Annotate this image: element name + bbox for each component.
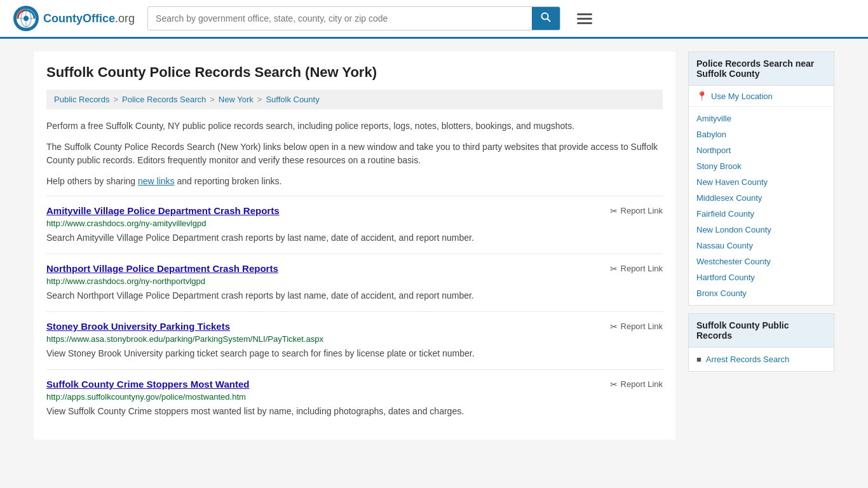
- list-item: Hartford County: [689, 269, 834, 285]
- menu-button[interactable]: [573, 10, 596, 28]
- sidebar-public-records-section: Suffolk County Public Records ■ Arrest R…: [688, 313, 834, 372]
- result-title-row: Suffolk County Crime Stoppers Most Wante…: [46, 379, 663, 390]
- desc3-pre: Help others by sharing: [46, 176, 138, 186]
- report-icon-2: ✂: [610, 264, 618, 274]
- result-url-1: http://www.crashdocs.org/ny-amityvillevl…: [46, 219, 663, 228]
- layout: Suffolk County Police Records Search (Ne…: [21, 39, 847, 452]
- report-link-label-2: Report Link: [621, 264, 663, 273]
- result-url-2: http://www.crashdocs.org/ny-northportvlg…: [46, 276, 663, 286]
- pin-icon: 📍: [696, 91, 707, 101]
- sidebar-link-amityville[interactable]: Amityville: [696, 114, 731, 123]
- report-link-button-1[interactable]: ✂ Report Link: [610, 206, 663, 216]
- breadcrumb-new-york[interactable]: New York: [219, 95, 254, 104]
- list-item: New Haven County: [689, 174, 834, 190]
- search-icon: [541, 12, 551, 22]
- header: CountyOffice.org: [0, 0, 868, 39]
- search-button[interactable]: [532, 7, 560, 30]
- breadcrumb-police-records-search[interactable]: Police Records Search: [122, 95, 206, 104]
- report-link-label-4: Report Link: [621, 379, 663, 389]
- list-item: Northport: [689, 142, 834, 158]
- report-link-button-4[interactable]: ✂ Report Link: [610, 379, 663, 390]
- sidebar-link-middlesex-county[interactable]: Middlesex County: [696, 193, 762, 203]
- sidebar-public-records-list: ■ Arrest Records Search: [689, 348, 834, 371]
- breadcrumb-sep-1: >: [113, 95, 118, 104]
- result-desc-1: Search Amityville Village Police Departm…: [46, 231, 663, 245]
- report-link-button-3[interactable]: ✂ Report Link: [610, 322, 663, 332]
- sidebar-link-bronx-county[interactable]: Bronx County: [696, 288, 747, 298]
- list-item: Stony Brook: [689, 158, 834, 174]
- result-item: Stoney Brook University Parking Tickets …: [46, 311, 663, 369]
- search-input[interactable]: [148, 8, 532, 29]
- sidebar: Police Records Search near Suffolk Count…: [688, 51, 834, 440]
- result-title-row: Northport Village Police Department Cras…: [46, 263, 663, 274]
- report-icon-1: ✂: [610, 206, 618, 216]
- sidebar-link-hartford-county[interactable]: Hartford County: [696, 273, 755, 282]
- page-title: Suffolk County Police Records Search (Ne…: [46, 64, 663, 81]
- logo[interactable]: CountyOffice.org: [13, 5, 135, 32]
- breadcrumb-suffolk-county[interactable]: Suffolk County: [266, 95, 319, 104]
- description-1: Perform a free Suffolk County, NY public…: [46, 119, 663, 133]
- list-item: Babylon: [689, 126, 834, 142]
- sidebar-link-stony-brook[interactable]: Stony Brook: [696, 161, 742, 171]
- report-link-label-1: Report Link: [621, 206, 663, 215]
- description-3: Help others by sharing new links and rep…: [46, 175, 663, 188]
- sidebar-nearby-header: Police Records Search near Suffolk Count…: [689, 52, 834, 86]
- list-item: Bronx County: [689, 285, 834, 301]
- breadcrumb: Public Records > Police Records Search >…: [46, 90, 663, 109]
- result-title-2[interactable]: Northport Village Police Department Cras…: [46, 263, 278, 274]
- breadcrumb-sep-3: >: [257, 95, 262, 104]
- new-links-link[interactable]: new links: [138, 176, 175, 186]
- result-url-4: http://apps.suffolkcountyny.gov/police/m…: [46, 392, 663, 402]
- list-item: Westchester County: [689, 254, 834, 269]
- svg-point-6: [542, 13, 548, 20]
- sidebar-link-new-london-county[interactable]: New London County: [696, 225, 771, 234]
- sidebar-link-westchester-county[interactable]: Westchester County: [696, 257, 771, 266]
- breadcrumb-public-records[interactable]: Public Records: [54, 95, 109, 104]
- list-item: Middlesex County: [689, 190, 834, 206]
- report-link-button-2[interactable]: ✂ Report Link: [610, 264, 663, 274]
- list-item: ■ Arrest Records Search: [689, 351, 834, 367]
- result-title-row: Stoney Brook University Parking Tickets …: [46, 321, 663, 332]
- sidebar-nearby-list: Amityville Babylon Northport Stony Brook…: [689, 107, 834, 305]
- main-content: Suffolk County Police Records Search (Ne…: [34, 51, 675, 440]
- search-area: [147, 6, 560, 30]
- result-desc-2: Search Northport Village Police Departme…: [46, 289, 663, 302]
- result-title-4[interactable]: Suffolk County Crime Stoppers Most Wante…: [46, 379, 249, 390]
- result-title-row: Amityville Village Police Department Cra…: [46, 205, 663, 216]
- desc3-post: and reporting broken links.: [175, 176, 282, 186]
- result-desc-3: View Stoney Brook University parking tic…: [46, 347, 663, 360]
- svg-line-7: [548, 19, 551, 22]
- report-link-label-3: Report Link: [621, 322, 663, 331]
- breadcrumb-sep-2: >: [210, 95, 215, 104]
- sidebar-public-records-header: Suffolk County Public Records: [689, 314, 834, 348]
- result-title-3[interactable]: Stoney Brook University Parking Tickets: [46, 321, 230, 332]
- sidebar-link-fairfield-county[interactable]: Fairfield County: [696, 209, 754, 219]
- result-item: Amityville Village Police Department Cra…: [46, 196, 663, 254]
- use-location-link[interactable]: Use My Location: [711, 92, 773, 101]
- report-icon-4: ✂: [610, 379, 618, 390]
- logo-text: CountyOffice.org: [43, 12, 135, 25]
- sidebar-link-northport[interactable]: Northport: [696, 146, 731, 155]
- result-item: Northport Village Police Department Cras…: [46, 254, 663, 311]
- list-item: Nassau County: [689, 238, 834, 254]
- use-location-row: 📍 Use My Location: [689, 86, 834, 107]
- result-url-3: https://www.asa.stonybrook.edu/parking/P…: [46, 334, 663, 344]
- result-title-1[interactable]: Amityville Village Police Department Cra…: [46, 205, 280, 216]
- list-item: Fairfield County: [689, 206, 834, 222]
- result-desc-4: View Suffolk County Crime stoppers most …: [46, 405, 663, 418]
- report-icon-3: ✂: [610, 322, 618, 332]
- sidebar-nearby-section: Police Records Search near Suffolk Count…: [688, 51, 834, 306]
- logo-icon: [13, 5, 39, 32]
- sidebar-link-babylon[interactable]: Babylon: [696, 130, 726, 139]
- result-item: Suffolk County Crime Stoppers Most Wante…: [46, 369, 663, 427]
- list-item: New London County: [689, 222, 834, 238]
- list-item: Amityville: [689, 111, 834, 126]
- sidebar-link-new-haven-county[interactable]: New Haven County: [696, 177, 768, 187]
- sidebar-link-arrest-records[interactable]: Arrest Records Search: [706, 355, 790, 364]
- description-2: The Suffolk County Police Records Search…: [46, 140, 663, 167]
- arrest-icon: ■: [696, 355, 702, 364]
- sidebar-link-nassau-county[interactable]: Nassau County: [696, 241, 753, 250]
